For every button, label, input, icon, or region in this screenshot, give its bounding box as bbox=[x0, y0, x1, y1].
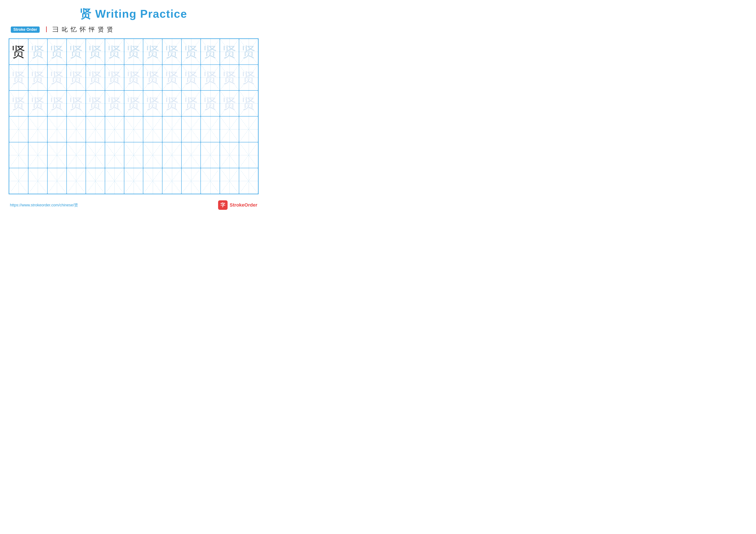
grid-cell-r3c3[interactable]: 贤 bbox=[47, 90, 67, 116]
svg-line-136 bbox=[67, 168, 86, 194]
grid-cell-r5c10[interactable] bbox=[181, 142, 201, 168]
grid-cell-r1c9[interactable]: 贤 bbox=[162, 39, 181, 64]
character-faint: 贤 bbox=[242, 97, 256, 110]
grid-cell-r4c10[interactable] bbox=[181, 116, 201, 142]
footer-url[interactable]: https://www.strokeorder.com/chinese/贤 bbox=[10, 202, 78, 208]
grid-cell-r6c13[interactable] bbox=[239, 168, 258, 194]
grid-cell-r5c13[interactable] bbox=[239, 142, 258, 168]
grid-cell-r4c11[interactable] bbox=[201, 116, 220, 142]
grid-cell-r6c8[interactable] bbox=[143, 168, 162, 194]
grid-cell-r2c13[interactable]: 贤 bbox=[239, 64, 258, 90]
grid-cell-r4c9[interactable] bbox=[162, 116, 181, 142]
grid-cell-r5c6[interactable] bbox=[105, 142, 124, 168]
grid-cell-r5c3[interactable] bbox=[47, 142, 67, 168]
grid-cell-r6c2[interactable] bbox=[28, 168, 47, 194]
grid-cell-r3c10[interactable]: 贤 bbox=[181, 90, 201, 116]
grid-cell-r1c6[interactable]: 贤 bbox=[105, 39, 124, 64]
grid-cell-r6c11[interactable] bbox=[201, 168, 220, 194]
grid-cell-r5c8[interactable] bbox=[143, 142, 162, 168]
grid-cell-r3c8[interactable]: 贤 bbox=[143, 90, 162, 116]
grid-cell-r6c1[interactable] bbox=[9, 168, 28, 194]
grid-cell-r1c1[interactable]: 贤 bbox=[9, 39, 28, 64]
grid-cell-r1c13[interactable]: 贤 bbox=[239, 39, 258, 64]
grid-cell-r5c11[interactable] bbox=[201, 142, 220, 168]
grid-cell-r6c12[interactable] bbox=[220, 168, 239, 194]
grid-cell-r1c7[interactable]: 贤 bbox=[124, 39, 143, 64]
grid-cell-r3c11[interactable]: 贤 bbox=[201, 90, 220, 116]
grid-cell-r6c6[interactable] bbox=[105, 168, 124, 194]
grid-cell-r5c7[interactable] bbox=[124, 142, 143, 168]
grid-cell-r4c2[interactable] bbox=[28, 116, 47, 142]
character-faint: 贤 bbox=[165, 97, 179, 110]
grid-cell-r2c11[interactable]: 贤 bbox=[201, 64, 220, 90]
svg-line-154 bbox=[239, 168, 258, 194]
grid-cell-r6c10[interactable] bbox=[181, 168, 201, 194]
grid-cell-r4c12[interactable] bbox=[220, 116, 239, 142]
character-guide: 贤 bbox=[204, 45, 217, 58]
grid-cell-r2c3[interactable]: 贤 bbox=[47, 64, 67, 90]
svg-line-105 bbox=[9, 142, 28, 168]
svg-line-125 bbox=[201, 142, 220, 168]
svg-line-113 bbox=[86, 142, 105, 168]
character-guide: 贤 bbox=[223, 45, 236, 58]
grid-cell-r1c5[interactable]: 贤 bbox=[86, 39, 105, 64]
svg-line-92 bbox=[143, 116, 162, 142]
grid-cell-r1c10[interactable]: 贤 bbox=[181, 39, 201, 64]
grid-cell-r3c1[interactable]: 贤 bbox=[9, 90, 28, 116]
grid-cell-r5c5[interactable] bbox=[86, 142, 105, 168]
grid-cell-r6c5[interactable] bbox=[86, 168, 105, 194]
grid-cell-r1c2[interactable]: 贤 bbox=[28, 39, 47, 64]
grid-cell-r2c8[interactable]: 贤 bbox=[143, 64, 162, 90]
svg-line-79 bbox=[9, 116, 28, 142]
grid-cell-r5c9[interactable] bbox=[162, 142, 181, 168]
character-faint: 贤 bbox=[204, 97, 217, 110]
grid-cell-r4c5[interactable] bbox=[86, 116, 105, 142]
svg-line-138 bbox=[86, 168, 105, 194]
grid-cell-r1c11[interactable]: 贤 bbox=[201, 39, 220, 64]
grid-cell-r1c4[interactable]: 贤 bbox=[67, 39, 86, 64]
grid-cell-r6c7[interactable] bbox=[124, 168, 143, 194]
grid-cell-r2c2[interactable]: 贤 bbox=[28, 64, 47, 90]
grid-cell-r4c3[interactable] bbox=[47, 116, 67, 142]
character-faint: 贤 bbox=[108, 97, 121, 110]
grid-cell-r5c1[interactable] bbox=[9, 142, 28, 168]
grid-cell-r3c12[interactable]: 贤 bbox=[220, 90, 239, 116]
grid-cell-r6c9[interactable] bbox=[162, 168, 181, 194]
grid-cell-r1c3[interactable]: 贤 bbox=[47, 39, 67, 64]
grid-cell-r6c4[interactable] bbox=[67, 168, 86, 194]
grid-cell-r3c4[interactable]: 贤 bbox=[67, 90, 86, 116]
grid-cell-r1c8[interactable]: 贤 bbox=[143, 39, 162, 64]
grid-cell-r3c9[interactable]: 贤 bbox=[162, 90, 181, 116]
grid-cell-r5c12[interactable] bbox=[220, 142, 239, 168]
grid-cell-r2c9[interactable]: 贤 bbox=[162, 64, 181, 90]
stroke-order-row: Stroke Order 丨 彐 叱 忆 怀 怦 贤 贤 bbox=[9, 25, 258, 34]
grid-cell-r2c12[interactable]: 贤 bbox=[220, 64, 239, 90]
grid-cell-r3c7[interactable]: 贤 bbox=[124, 90, 143, 116]
svg-line-152 bbox=[220, 168, 239, 194]
grid-cell-r4c8[interactable] bbox=[143, 116, 162, 142]
grid-cell-r2c5[interactable]: 贤 bbox=[86, 64, 105, 90]
grid-cell-r4c4[interactable] bbox=[67, 116, 86, 142]
grid-cell-r3c2[interactable]: 贤 bbox=[28, 90, 47, 116]
grid-cell-r4c1[interactable] bbox=[9, 116, 28, 142]
grid-cell-r3c5[interactable]: 贤 bbox=[86, 90, 105, 116]
grid-cell-r2c10[interactable]: 贤 bbox=[181, 64, 201, 90]
grid-cell-r2c4[interactable]: 贤 bbox=[67, 64, 86, 90]
grid-cell-r2c7[interactable]: 贤 bbox=[124, 64, 143, 90]
grid-cell-r2c1[interactable]: 贤 bbox=[9, 64, 28, 90]
svg-line-83 bbox=[48, 116, 67, 142]
grid-cell-r3c13[interactable]: 贤 bbox=[239, 90, 258, 116]
grid-cell-r4c6[interactable] bbox=[105, 116, 124, 142]
grid-cell-r4c13[interactable] bbox=[239, 116, 258, 142]
grid-cell-r1c12[interactable]: 贤 bbox=[220, 39, 239, 64]
character-guide: 贤 bbox=[184, 45, 198, 58]
footer-logo: 字 StrokeOrder bbox=[218, 200, 257, 210]
character-faint: 贤 bbox=[204, 71, 217, 84]
grid-cell-r4c7[interactable] bbox=[124, 116, 143, 142]
grid-cell-r3c6[interactable]: 贤 bbox=[105, 90, 124, 116]
grid-cell-r5c4[interactable] bbox=[67, 142, 86, 168]
grid-cell-r2c6[interactable]: 贤 bbox=[105, 64, 124, 90]
svg-line-132 bbox=[28, 168, 47, 194]
grid-cell-r6c3[interactable] bbox=[47, 168, 67, 194]
grid-cell-r5c2[interactable] bbox=[28, 142, 47, 168]
